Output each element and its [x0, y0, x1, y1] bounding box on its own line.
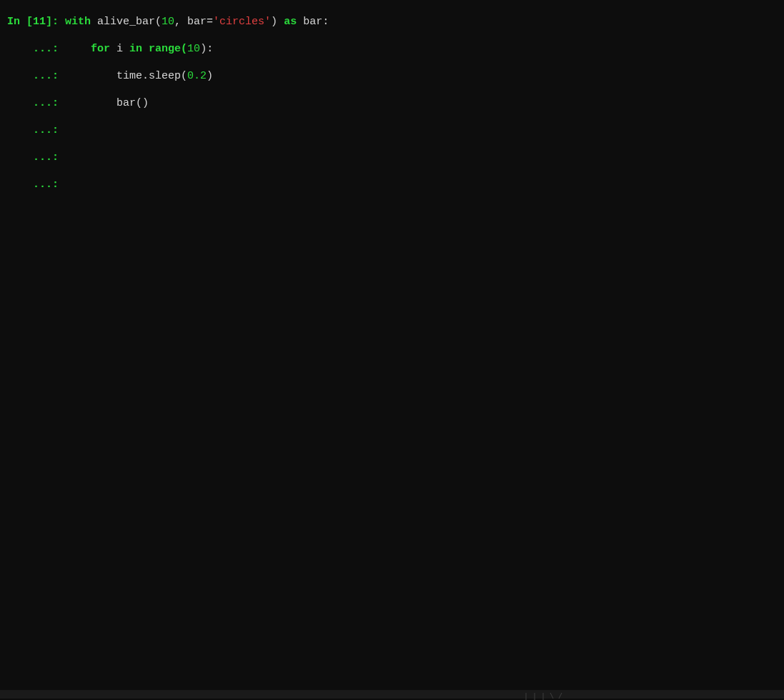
code-text: [142, 43, 149, 55]
code-text: i: [110, 43, 129, 55]
builtin-range: range(: [149, 43, 187, 55]
continuation-prompt: ...:: [7, 70, 65, 82]
code-text: alive_bar(: [97, 16, 162, 28]
number-literal: 10: [187, 43, 200, 55]
code-line-4: ...: bar(): [7, 96, 777, 110]
code-text: bar(): [116, 97, 149, 109]
continuation-prompt: ...:: [7, 97, 65, 109]
status-bar: | | | \ /: [0, 690, 784, 699]
number-literal: 10: [162, 16, 174, 28]
string-literal: 'circles': [213, 16, 271, 28]
continuation-prompt: ...:: [7, 151, 65, 164]
code-text: ):: [200, 43, 213, 55]
continuation-prompt: ...:: [7, 124, 65, 136]
indent: [65, 70, 116, 82]
code-text: bar:: [297, 16, 329, 28]
code-line-2: ...: for i in range(10):: [7, 42, 777, 56]
code-line-7: ...:: [7, 178, 777, 191]
continuation-prompt: ...:: [7, 43, 65, 55]
code-text: ): [271, 16, 284, 28]
code-line-6: ...:: [7, 151, 777, 164]
terminal-output[interactable]: In [11]: with alive_bar(10, bar='circles…: [7, 1, 777, 205]
code-line-3: ...: time.sleep(0.2): [7, 69, 777, 83]
input-prompt: In [11]:: [7, 16, 65, 28]
code-text: , bar=: [174, 16, 213, 28]
number-literal: 0.2: [187, 70, 207, 82]
keyword-with: with: [65, 16, 91, 28]
indent: [65, 97, 116, 109]
continuation-prompt: ...:: [7, 179, 65, 191]
keyword-for: for: [91, 43, 110, 55]
code-text: [91, 16, 97, 28]
keyword-as: as: [284, 16, 297, 28]
code-text: ): [207, 70, 213, 82]
keyword-in: in: [129, 43, 142, 55]
code-text: time.sleep(: [116, 70, 187, 82]
code-line-5: ...:: [7, 124, 777, 137]
indent: [65, 43, 91, 55]
code-line-1: In [11]: with alive_bar(10, bar='circles…: [7, 15, 777, 29]
